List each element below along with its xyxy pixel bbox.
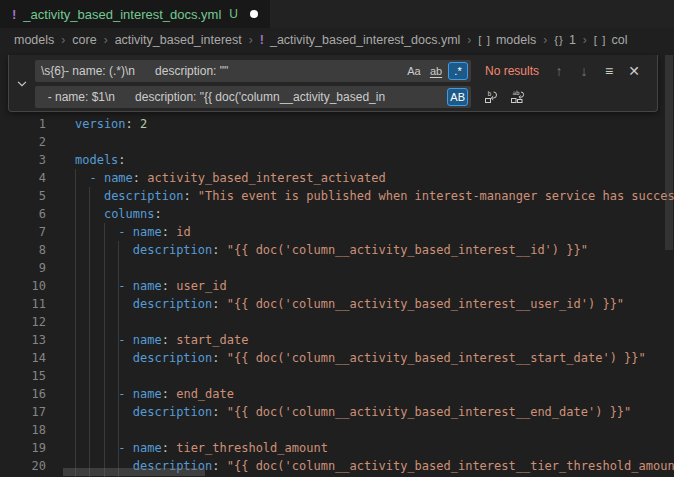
yaml-file-icon: ! (12, 7, 16, 22)
code-line[interactable]: 3models: (0, 151, 674, 169)
line-number[interactable]: 18 (0, 421, 46, 439)
preserve-case-button[interactable]: AB (447, 88, 468, 106)
line-number[interactable]: 16 (0, 385, 46, 403)
toggle-replace-button[interactable] (9, 55, 35, 112)
code-text: - name: id (46, 223, 191, 241)
symbol-icon: [ ] (478, 34, 491, 46)
code-line[interactable]: 18 (0, 421, 674, 439)
modified-dot-icon[interactable] (250, 10, 258, 18)
line-number[interactable]: 11 (0, 295, 46, 313)
line-number[interactable]: 10 (0, 277, 46, 295)
chevron-down-icon (15, 77, 29, 91)
find-results-count: No results (485, 64, 539, 78)
line-number[interactable]: 19 (0, 439, 46, 457)
next-match-button[interactable]: ↓ (574, 61, 594, 81)
line-number[interactable]: 15 (0, 367, 46, 385)
breadcrumb-item[interactable]: models (14, 33, 54, 47)
breadcrumb-item[interactable]: core (72, 33, 96, 47)
previous-match-button[interactable]: ↑ (549, 61, 569, 81)
code-line[interactable]: 1version: 2 (0, 115, 674, 133)
whole-word-button[interactable]: ab (426, 62, 446, 80)
breadcrumb-item[interactable]: activity_based_interest (115, 33, 242, 47)
code-text: description: "This event is published wh… (46, 187, 674, 205)
line-number[interactable]: 13 (0, 331, 46, 349)
line-number[interactable]: 7 (0, 223, 46, 241)
code-line[interactable]: 14 description: "{{ doc('column__activit… (0, 349, 674, 367)
code-line[interactable]: 6 columns: (0, 205, 674, 223)
replace-input-value: - name: $1\n description: "{{ doc('colum… (41, 90, 445, 104)
find-input-value: \s{6}- name: (.*)\n description: "" (41, 64, 402, 78)
code-line[interactable]: 7 - name: id (0, 223, 674, 241)
code-line[interactable]: 9 (0, 259, 674, 277)
breadcrumb-label: _activity_based_interest_docs.yml (270, 33, 460, 47)
code-line[interactable]: 10 - name: user_id (0, 277, 674, 295)
code-line[interactable]: 4 - name: activity_based_interest_activa… (0, 169, 674, 187)
close-find-button[interactable]: ✕ (624, 61, 644, 81)
yaml-file-icon: ! (260, 33, 264, 47)
breadcrumb-item[interactable]: !_activity_based_interest_docs.yml (260, 33, 461, 47)
code-text: description: "{{ doc('column__activity_b… (46, 349, 646, 367)
replace-input[interactable]: - name: $1\n description: "{{ doc('colum… (35, 86, 471, 108)
code-line[interactable]: 5 description: "This event is published … (0, 187, 674, 205)
editor[interactable]: 1version: 223models:4 - name: activity_b… (0, 52, 674, 477)
code-text: version: 2 (46, 115, 147, 133)
line-number[interactable]: 8 (0, 241, 46, 259)
svg-text:ab: ab (513, 89, 521, 96)
breadcrumb-item[interactable]: [ ]col (594, 33, 628, 47)
breadcrumb-item[interactable]: [ ]models (478, 33, 536, 47)
line-number[interactable]: 20 (0, 457, 46, 475)
find-input[interactable]: \s{6}- name: (.*)\n description: "" Aa a… (35, 60, 471, 82)
find-in-selection-button[interactable]: ≡ (599, 61, 619, 81)
code-line[interactable]: 19 - name: tier_threshold_amount (0, 439, 674, 457)
breadcrumb: models›core›activity_based_interest›!_ac… (0, 28, 674, 52)
code-line[interactable]: 2 (0, 133, 674, 151)
code-text: - name: start_date (46, 331, 248, 349)
code-line[interactable]: 8 description: "{{ doc('column__activity… (0, 241, 674, 259)
code-line[interactable]: 16 - name: end_date (0, 385, 674, 403)
breadcrumb-label: 1 (569, 33, 576, 47)
line-number[interactable]: 1 (0, 115, 46, 133)
line-number[interactable]: 9 (0, 259, 46, 277)
code-text: description: "{{ doc('column__activity_b… (46, 241, 588, 259)
code-text (46, 133, 75, 151)
code-line[interactable]: 12 (0, 313, 674, 331)
symbol-icon: [ ] (594, 34, 607, 46)
regex-button[interactable]: .* (448, 62, 468, 80)
breadcrumb-separator: › (61, 33, 65, 47)
code-text (46, 259, 75, 277)
vertical-scrollbar[interactable] (665, 55, 673, 250)
line-number[interactable]: 17 (0, 403, 46, 421)
breadcrumb-label: col (611, 33, 627, 47)
symbol-icon: {} (554, 34, 564, 46)
breadcrumb-separator: › (467, 33, 471, 47)
tab-active[interactable]: ! _activity_based_interest_docs.yml U (0, 0, 270, 28)
line-number[interactable]: 14 (0, 349, 46, 367)
code-text: description: "{{ doc('column__activity_b… (46, 295, 624, 313)
replace-button[interactable]: b (481, 87, 501, 107)
line-number[interactable]: 4 (0, 169, 46, 187)
tab-filename: _activity_based_interest_docs.yml (23, 7, 221, 22)
code-text: - name: user_id (46, 277, 227, 295)
code-lines: 1version: 223models:4 - name: activity_b… (0, 115, 674, 475)
breadcrumb-separator: › (249, 33, 253, 47)
breadcrumb-item[interactable]: {}1 (554, 33, 576, 47)
find-replace-widget: \s{6}- name: (.*)\n description: "" Aa a… (8, 55, 658, 112)
line-number[interactable]: 2 (0, 133, 46, 151)
line-number[interactable]: 5 (0, 187, 46, 205)
breadcrumb-separator: › (104, 33, 108, 47)
code-line[interactable]: 17 description: "{{ doc('column__activit… (0, 403, 674, 421)
code-text: columns: (46, 205, 162, 223)
code-line[interactable]: 11 description: "{{ doc('column__activit… (0, 295, 674, 313)
horizontal-scrollbar[interactable] (63, 468, 205, 476)
breadcrumb-label: activity_based_interest (115, 33, 242, 47)
line-number[interactable]: 6 (0, 205, 46, 223)
line-number[interactable]: 12 (0, 313, 46, 331)
code-line[interactable]: 13 - name: start_date (0, 331, 674, 349)
match-case-button[interactable]: Aa (404, 62, 424, 80)
replace-all-button[interactable]: ab (507, 87, 527, 107)
git-status-badge: U (229, 7, 238, 21)
line-number[interactable]: 3 (0, 151, 46, 169)
code-text: - name: end_date (46, 385, 234, 403)
code-line[interactable]: 15 (0, 367, 674, 385)
code-text (46, 313, 75, 331)
